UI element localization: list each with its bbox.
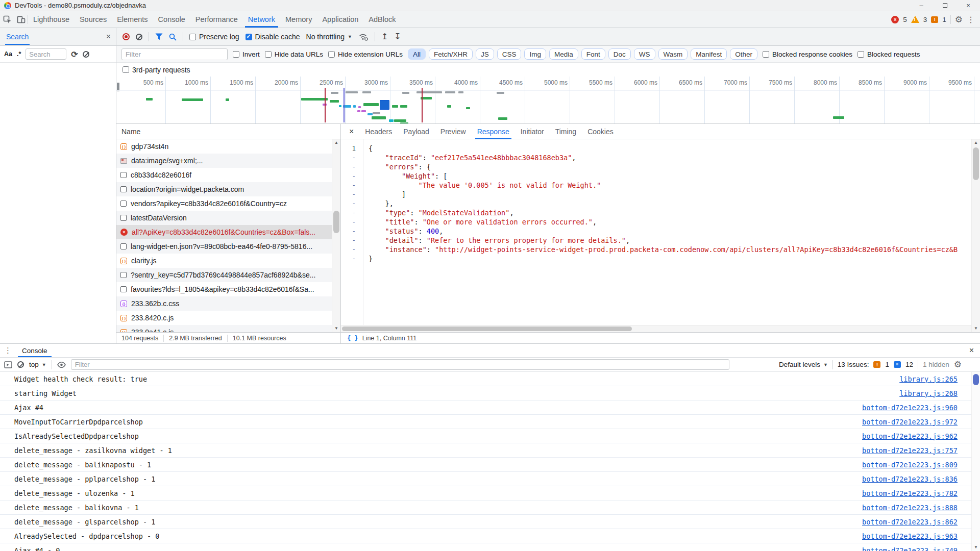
filter-chip-js[interactable]: JS [476,48,494,60]
log-source-link[interactable]: bottom-d72e1e223.js:960 [862,404,958,412]
issues-icon[interactable]: ! [931,16,938,23]
log-source-link[interactable]: bottom-d72e1e223.js:782 [862,489,958,497]
response-editor[interactable]: 1------------ { "traceId": "eef217e5a541… [341,139,980,332]
blocked-requests-checkbox[interactable]: Blocked requests [857,51,920,58]
filter-chip-manifest[interactable]: Manifest [691,48,727,60]
detail-tab-payload[interactable]: Payload [398,124,434,139]
log-source-link[interactable]: bottom-d72e1e223.js:972 [862,418,958,426]
log-source-link[interactable]: bottom-d72e1e223.js:809 [862,461,958,469]
log-levels-dropdown[interactable]: Default levels ▼ [779,361,828,368]
filter-chip-ws[interactable]: WS [634,48,655,60]
scroll-down-icon[interactable]: ▼ [332,325,340,332]
gutter-cell[interactable]: - [341,190,363,199]
filter-funnel-icon[interactable] [155,33,163,40]
gutter-cell[interactable]: - [341,199,363,209]
table-row[interactable]: location?origin=widget.packeta.com [116,182,332,196]
scrollbar-thumb[interactable] [973,374,979,385]
javascript-context-dropdown[interactable]: top ▼ [29,361,46,368]
drawer-kebab-icon[interactable]: ⋮ [0,346,15,355]
console-settings-gear-icon[interactable]: ⚙ [954,360,962,369]
table-row[interactable]: ×all?ApiKey=c8b33d4c82e6016f&Countries=c… [116,225,332,239]
filter-chip-all[interactable]: All [408,48,426,60]
export-har-icon[interactable]: ↧ [394,33,401,41]
log-source-link[interactable]: library.js:265 [899,375,958,383]
tab-console[interactable]: Console [153,11,190,28]
filter-chip-media[interactable]: Media [549,48,578,60]
log-source-link[interactable]: bottom-d72e1e223.js:757 [862,446,958,455]
network-conditions-icon[interactable] [358,33,369,41]
filter-chip-fetch-xhr[interactable]: Fetch/XHR [429,48,473,60]
search-tab[interactable]: Search [5,29,30,45]
scrollbar-thumb[interactable] [342,327,632,331]
minimize-button[interactable]: – [910,0,933,11]
log-source-link[interactable]: bottom-d72e1e223.js:962 [862,432,958,440]
log-source-link[interactable]: bottom-d72e1e223.js:888 [862,504,958,512]
scroll-up-icon[interactable]: ▲ [332,139,340,146]
search-input[interactable] [26,48,66,60]
preserve-log-checkbox[interactable]: Preserve log [189,33,239,41]
tab-sources[interactable]: Sources [75,11,112,28]
log-source-link[interactable]: library.js:268 [899,389,958,397]
gutter-cell[interactable]: - [341,181,363,190]
gutter-cell[interactable]: - [341,209,363,218]
device-toolbar-icon[interactable] [17,15,26,24]
tab-memory[interactable]: Memory [280,11,317,28]
detail-tab-cookies[interactable]: Cookies [582,124,619,139]
import-har-icon[interactable]: ↥ [381,33,388,41]
hide-data-urls-checkbox[interactable]: Hide data URLs [265,51,323,58]
console-scrollbar[interactable]: ▼ [971,372,980,551]
live-expression-eye-icon[interactable] [57,362,66,368]
inspect-element-icon[interactable] [3,15,12,24]
table-row[interactable]: c8b33d4c82e6016f [116,168,332,182]
gutter-cell[interactable]: - [341,236,363,245]
throttling-dropdown[interactable]: No throttling ▼ [306,33,352,41]
tab-elements[interactable]: Elements [112,11,153,28]
network-overview-timeline[interactable]: 500 ms1000 ms1500 ms2000 ms2500 ms3000 m… [116,77,980,124]
filter-chip-other[interactable]: Other [730,48,757,60]
hide-extension-urls-checkbox[interactable]: Hide extension URLs [328,51,403,58]
filter-chip-img[interactable]: Img [524,48,546,60]
gutter-cell[interactable]: 1 [341,144,363,154]
gutter-cell[interactable]: - [341,245,363,255]
issues-counter[interactable]: 13 Issues: [838,361,869,368]
clear-console-icon[interactable] [17,361,24,368]
log-source-link[interactable]: bottom-d72e1e223.js:836 [862,475,958,483]
scroll-down-icon[interactable]: ▼ [972,325,980,332]
refresh-search-icon[interactable]: ⟳ [71,49,78,59]
scrollbar-thumb[interactable] [333,211,339,233]
scrollbar-thumb[interactable] [973,147,979,180]
gutter-cell[interactable]: - [341,255,363,264]
detail-tab-initiator[interactable]: Initiator [516,124,549,139]
filter-chip-font[interactable]: Font [581,48,605,60]
close-window-button[interactable]: × [957,0,980,11]
detail-tab-timing[interactable]: Timing [550,124,582,139]
name-column-header[interactable]: Name [116,124,340,139]
network-filter-input[interactable] [121,48,228,60]
third-party-requests-checkbox[interactable]: 3rd-party requests [122,66,190,74]
tab-application[interactable]: Application [317,11,363,28]
table-row[interactable]: vendors?apikey=c8b33d4c82e6016f&Country=… [116,196,332,211]
table-row[interactable]: {}233.362b.c.css [116,296,332,311]
scroll-up-icon[interactable]: ▲ [972,139,980,146]
detail-tab-preview[interactable]: Preview [435,124,471,139]
search-network-icon[interactable] [169,33,177,41]
table-row[interactable]: latestDataVersion [116,211,332,225]
tab-performance[interactable]: Performance [190,11,243,28]
clear-search-icon[interactable] [83,51,89,58]
gutter-cell[interactable]: - [341,163,363,172]
gutter-cell[interactable]: - [341,227,363,236]
settings-gear-icon[interactable]: ⚙ [955,15,963,24]
table-row[interactable]: favourites?lds=l_18054&apikey=c8b33d4c82… [116,282,332,296]
filter-chip-css[interactable]: CSS [497,48,522,60]
match-case-toggle[interactable]: Aa [4,51,12,58]
braces-icon[interactable]: { } [347,335,358,342]
table-row[interactable]: data:image/svg+xml;... [116,154,332,168]
tab-network[interactable]: Network [243,11,280,28]
filter-chip-wasm[interactable]: Wasm [658,48,688,60]
regex-toggle[interactable]: .* [17,51,21,58]
maximize-button[interactable] [933,0,957,11]
detail-tab-response[interactable]: Response [472,124,514,139]
console-drawer-tab[interactable]: Console [15,344,55,357]
error-count-icon[interactable]: × [891,16,899,23]
table-row[interactable]: ?sentry_key=c5d77bd3769c4498844e857acf68… [116,268,332,282]
